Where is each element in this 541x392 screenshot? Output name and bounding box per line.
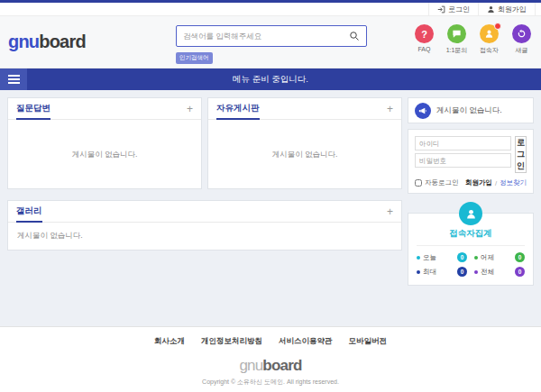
search-box: [176, 25, 367, 47]
board-row: 질문답변 + 게시물이 없습니다. 자유게시판 + 게시물이 없습니다.: [7, 97, 402, 189]
quick-icons: ? FAQ 1:1문의 접속자 새글: [412, 24, 534, 55]
board-title-qna[interactable]: 질문답변: [16, 98, 50, 120]
faq-label: FAQ: [417, 46, 430, 52]
stat-today: 오늘 0: [417, 252, 467, 262]
board-box-gallery: 갤러리 + 게시물이 없습니다.: [7, 200, 402, 251]
new-posts-button[interactable]: 새글: [509, 24, 534, 55]
signup-button[interactable]: 회원가입: [478, 3, 536, 15]
stat-label: 전체: [481, 268, 515, 277]
stat-value: 0: [515, 252, 525, 262]
search-input[interactable]: [183, 32, 349, 41]
content: 질문답변 + 게시물이 없습니다. 자유게시판 + 게시물이 없습니다. 갤러리: [0, 90, 541, 326]
board-title-free[interactable]: 자유게시판: [216, 98, 260, 120]
visitor-stats-title: 접속자집계: [417, 228, 525, 246]
page: 로그인 회원가입 gnuboard 인기검색어 ? FAQ: [0, 0, 541, 392]
signup-link[interactable]: 회원가입: [465, 178, 492, 187]
nav-message: 메뉴 준비 중입니다.: [0, 74, 541, 86]
footer-logo-gnu: gnu: [239, 357, 262, 374]
notice-empty-text: 게시물이 없습니다.: [436, 105, 502, 116]
plus-icon[interactable]: +: [387, 104, 393, 114]
login-form: 로그인: [415, 136, 527, 173]
logo-board: board: [39, 32, 86, 51]
visitor-stats-icon: [459, 202, 482, 225]
stat-label: 어제: [481, 253, 515, 262]
footer-link-terms[interactable]: 서비스이용약관: [279, 336, 333, 347]
footer-logo: gnuboard: [0, 357, 541, 375]
qna-button[interactable]: 1:1문의: [445, 24, 469, 55]
faq-button[interactable]: ? FAQ: [412, 24, 436, 55]
plus-icon[interactable]: +: [387, 206, 393, 217]
footer-link-company[interactable]: 회사소개: [154, 336, 185, 347]
link-divider: /: [495, 179, 497, 187]
visitor-count-badge: [494, 23, 501, 30]
refresh-icon: [512, 24, 531, 43]
board-box-qna: 질문답변 + 게시물이 없습니다.: [7, 97, 202, 189]
footer: 회사소개 개인정보처리방침 서비스이용약관 모바일버전 gnuboard Cop…: [0, 326, 541, 392]
footer-link-mobile[interactable]: 모바일버전: [349, 336, 388, 347]
find-info-link[interactable]: 정보찾기: [500, 178, 527, 187]
signup-label: 회원가입: [498, 5, 527, 14]
login-id-input[interactable]: [415, 136, 511, 150]
hamburger-menu-button[interactable]: [0, 68, 27, 90]
visitor-icon: [480, 24, 499, 43]
footer-links: 회사소개 개인정보처리방침 서비스이용약관 모바일버전: [0, 336, 541, 347]
qna-label: 1:1문의: [446, 46, 468, 55]
header: gnuboard 인기검색어 ? FAQ 1:1문의: [0, 16, 541, 68]
notice-widget: 게시물이 없습니다.: [408, 97, 534, 123]
copyright-text: Copyright © 소유하신 도메인. All rights reserve…: [0, 378, 541, 387]
visitors-button[interactable]: 접속자: [477, 24, 501, 55]
stat-value: 0: [515, 267, 525, 277]
chat-icon: [447, 24, 466, 43]
visitors-label: 접속자: [480, 46, 499, 55]
board-empty-text: 게시물이 없습니다.: [208, 120, 401, 160]
board-head: 질문답변 +: [8, 98, 201, 120]
search-area: 인기검색어: [176, 25, 367, 64]
login-button[interactable]: 로그인: [428, 3, 478, 15]
sidebar: 게시물이 없습니다. 로그인 자동로그인 회원가입 /: [408, 97, 534, 319]
login-submit-button[interactable]: 로그인: [515, 136, 527, 173]
login-inputs: [415, 136, 511, 173]
megaphone-icon: [415, 103, 431, 119]
auto-login-toggle[interactable]: 자동로그인: [415, 178, 465, 187]
login-links: 자동로그인 회원가입 / 정보찾기: [415, 178, 527, 187]
auto-login-checkbox[interactable]: [415, 179, 422, 187]
board-title-gallery[interactable]: 갤러리: [16, 201, 42, 223]
main-column: 질문답변 + 게시물이 없습니다. 자유게시판 + 게시물이 없습니다. 갤러리: [7, 97, 402, 319]
login-label: 로그인: [448, 5, 470, 14]
stat-yesterday: 어제 0: [474, 252, 525, 262]
search-icon: [349, 31, 360, 41]
popular-search-badge[interactable]: 인기검색어: [176, 52, 213, 64]
board-head: 갤러리 +: [8, 201, 401, 223]
sign-in-icon: [437, 5, 445, 14]
stat-value: 0: [457, 252, 467, 262]
stat-value: 0: [457, 267, 467, 277]
login-widget: 로그인 자동로그인 회원가입 / 정보찾기: [408, 129, 534, 194]
login-password-input[interactable]: [415, 153, 511, 168]
person-icon: [487, 5, 495, 14]
stat-dot: [417, 270, 420, 274]
topbar: 로그인 회원가입: [0, 3, 541, 16]
board-empty-text: 게시물이 없습니다.: [8, 223, 401, 250]
board-empty-text: 게시물이 없습니다.: [8, 120, 201, 160]
site-logo[interactable]: gnuboard: [8, 32, 86, 52]
visitor-stats-grid: 오늘 0 어제 0 최대 0 전체: [417, 252, 525, 277]
board-head: 자유게시판 +: [208, 98, 401, 120]
main-nav: 메뉴 준비 중입니다.: [0, 68, 541, 90]
stat-max: 최대 0: [417, 267, 467, 277]
visitor-stats-widget: 접속자집계 오늘 0 어제 0 최대 0: [408, 213, 534, 286]
logo-gnu: gnu: [8, 32, 39, 51]
footer-link-privacy[interactable]: 개인정보처리방침: [201, 336, 262, 347]
stat-dot: [417, 256, 420, 260]
stat-total: 전체 0: [474, 267, 525, 277]
board-box-free: 자유게시판 + 게시물이 없습니다.: [207, 97, 402, 189]
plus-icon[interactable]: +: [187, 104, 193, 114]
stat-label: 오늘: [423, 253, 457, 262]
auto-login-label: 자동로그인: [425, 178, 459, 187]
faq-icon: ?: [415, 24, 434, 43]
stat-dot: [474, 256, 478, 260]
footer-logo-board: board: [262, 357, 301, 374]
search-button[interactable]: [349, 31, 360, 41]
new-posts-label: 새글: [516, 46, 528, 55]
stat-dot: [474, 270, 478, 274]
stat-label: 최대: [423, 268, 457, 277]
